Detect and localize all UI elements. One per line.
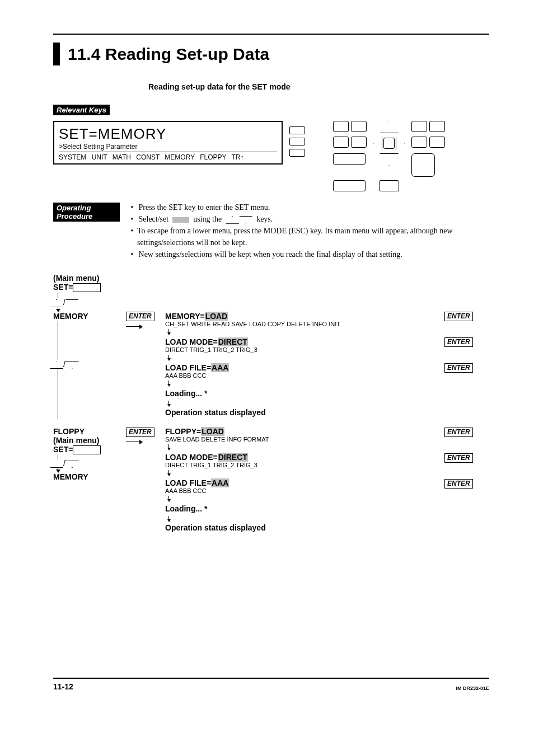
key-button[interactable] (411, 137, 427, 148)
document-id: IM DR232-01E (456, 685, 489, 691)
lcd-line2: >Select Setting Parameter (59, 143, 277, 152)
mem-line1-value: LOAD (205, 312, 228, 321)
key-button[interactable] (411, 121, 427, 132)
enter-key-label: ENTER (126, 312, 154, 321)
flp-line1-prefix: FLOPPY= (165, 427, 201, 436)
down-arrow-icon (239, 216, 252, 224)
page-number: 11-12 (53, 682, 73, 691)
proc-step: Select/set (139, 215, 169, 223)
arrow-right-icon (126, 437, 143, 446)
key-button[interactable] (333, 121, 349, 132)
mem-line1-opts: CH_SET WRITE READ SAVE LOAD COPY DELETE … (165, 321, 444, 327)
flp-line3-prefix: LOAD FILE= (165, 478, 211, 487)
procedure-list: •Press the SET key to enter the SET menu… (131, 201, 489, 260)
lcd-line1: SET=MEMORY (59, 125, 277, 143)
up-key-icon[interactable] (380, 121, 399, 133)
option-box-icon (73, 283, 101, 292)
up-arrow-icon (226, 216, 239, 224)
enter-key-label: ENTER (444, 312, 473, 321)
flow-main-menu: (Main menu) (53, 436, 126, 445)
mem-loading: Loading... * (165, 389, 489, 398)
enter-key-icon[interactable] (411, 153, 435, 177)
flow-main-menu: (Main menu) (53, 274, 126, 283)
mem-line1-prefix: MEMORY= (165, 312, 205, 321)
section-subheading: Reading set-up data for the SET mode (148, 82, 489, 91)
mem-line3-opts: AAA BBB CCC (165, 372, 444, 379)
mem-line2-prefix: LOAD MODE= (165, 337, 218, 346)
flow-memory: MEMORY (53, 312, 126, 321)
flow-set-eq: SET= (53, 283, 73, 292)
flow-memory: MEMORY (53, 472, 126, 481)
down-arrow-icon (168, 516, 170, 522)
left-key-icon[interactable] (373, 137, 382, 150)
down-arrow-icon (168, 401, 170, 406)
down-arrow-icon (65, 460, 79, 468)
key-button[interactable] (351, 121, 367, 132)
proc-step: New settings/selections will be kept whe… (139, 248, 402, 260)
down-arrow-icon (168, 444, 170, 450)
proc-step: Press the SET key to enter the SET menu. (139, 201, 270, 213)
flp-line2-opts: DIRECT TRIG_1 TRIG_2 TRIG_3 (165, 462, 444, 468)
flp-line2-prefix: LOAD MODE= (165, 453, 218, 462)
lcd-display: SET=MEMORY >Select Setting Parameter SYS… (53, 121, 283, 165)
enter-key-label: ENTER (444, 479, 473, 489)
lcd-line3: SYSTEM UNIT MATH CONST MEMORY FLOPPY TR↑ (59, 153, 277, 161)
proc-step: keys. (256, 215, 273, 223)
down-arrow-icon (168, 329, 170, 335)
down-arrow-icon (168, 355, 170, 360)
right-key-icon[interactable] (396, 137, 405, 150)
center-key-icon[interactable] (383, 138, 395, 149)
key-button[interactable] (379, 180, 399, 191)
softkey[interactable] (289, 126, 305, 134)
mem-line2-value: DIRECT (218, 337, 248, 346)
key-button[interactable] (429, 137, 445, 148)
key-button[interactable] (333, 180, 366, 191)
softkeys (289, 126, 305, 157)
flp-line3-opts: AAA BBB CCC (165, 487, 444, 494)
key-button[interactable] (351, 137, 367, 148)
enter-key-label: ENTER (444, 363, 473, 373)
down-arrow-icon (168, 470, 170, 476)
flp-line1-opts: SAVE LOAD DELETE INFO FORMAT (165, 436, 444, 443)
flp-loading: Loading... * (165, 504, 489, 513)
flp-status: Operation status displayed (165, 523, 489, 532)
arrow-right-icon (126, 321, 143, 330)
title-bar (53, 43, 60, 65)
page-title: 11.4 Reading Set-up Data (68, 43, 269, 65)
mem-line3-prefix: LOAD FILE= (165, 363, 211, 372)
proc-step: using the (193, 215, 222, 223)
down-arrow-icon (65, 361, 79, 369)
down-arrow-icon (65, 299, 79, 307)
flp-line2-value: DIRECT (218, 453, 248, 462)
key-button[interactable] (333, 137, 349, 148)
proc-step: To escape from a lower menu, press the M… (137, 225, 489, 248)
softkey[interactable] (289, 138, 305, 145)
relevant-keys-label: Relevant Keys (53, 105, 110, 115)
option-box-icon (73, 445, 101, 454)
up-arrow-icon (50, 361, 63, 369)
enter-key-label: ENTER (444, 453, 473, 463)
flow-set-eq: SET= (53, 445, 73, 454)
operating-procedure-label: Operating Procedure (53, 203, 120, 222)
flow-floppy: FLOPPY (53, 427, 126, 436)
top-rule (53, 34, 489, 35)
up-arrow-icon (50, 460, 63, 468)
down-arrow-icon (168, 381, 170, 386)
key-button[interactable] (333, 153, 366, 165)
softkey[interactable] (289, 149, 305, 157)
mem-status: Operation status displayed (165, 408, 489, 417)
selection-box-icon (172, 217, 189, 223)
mem-line2-opts: DIRECT TRIG_1 TRIG_2 TRIG_3 (165, 346, 444, 353)
down-arrow-icon (168, 496, 170, 501)
flp-line3-value: AAA (211, 478, 229, 487)
enter-key-label: ENTER (444, 428, 473, 437)
flp-line1-value: LOAD (201, 427, 224, 436)
enter-key-label: ENTER (444, 337, 473, 347)
mem-line3-value: AAA (211, 363, 229, 372)
enter-key-label: ENTER (126, 428, 154, 437)
keypad-diagram (333, 121, 445, 191)
down-key-icon[interactable] (380, 153, 399, 166)
key-button[interactable] (429, 121, 445, 132)
up-arrow-icon (50, 299, 63, 307)
